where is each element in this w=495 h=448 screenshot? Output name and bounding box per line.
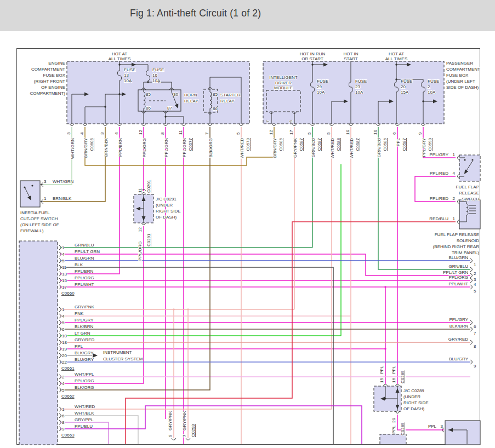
connector-name: C0663 bbox=[61, 433, 75, 438]
fusebox-pin-number: 5 bbox=[326, 132, 331, 135]
connector-pin-number: 8 bbox=[62, 420, 65, 425]
inertia-fuel-cutoff-switch-box bbox=[20, 181, 40, 207]
power-tap-label: OR START bbox=[301, 56, 323, 61]
connector-pin-number: 1 bbox=[62, 307, 65, 312]
connector-pin-number: 4 bbox=[62, 314, 65, 319]
jc-c0289-conn-code: C0289 bbox=[400, 370, 405, 383]
fusebox-pin-number: 8 bbox=[160, 132, 165, 135]
engine-box-label: OF ENGINE bbox=[41, 85, 65, 90]
inertia-label: (ON LEFT SIDE OF bbox=[20, 222, 59, 227]
jc-c0289-pin-15: 15 bbox=[379, 378, 384, 383]
fusebox-pin-wire-label: PPL/GRY bbox=[422, 137, 426, 157]
jc-c0291-label: (UNDER bbox=[156, 203, 173, 208]
passenger-box-label: SIDE OF DASH) bbox=[446, 85, 479, 90]
idm-label: DRIVER bbox=[275, 81, 292, 85]
wire-junction-dot bbox=[384, 348, 386, 350]
fusebox-pin-number: 4 bbox=[114, 132, 119, 135]
fuse-amp: 10A bbox=[317, 90, 325, 95]
intelligent-driver-module-box bbox=[266, 90, 300, 112]
bottom-drop-pin-number: 9 bbox=[168, 434, 173, 437]
connector-pin-wire-label: BLK bbox=[75, 262, 83, 267]
connector-pin-number: 15 bbox=[62, 278, 67, 283]
fuel-flap-release-solenoid-box bbox=[459, 200, 480, 229]
bottom-drop-wire-label: GRY/PNK bbox=[168, 410, 173, 430]
wire-junction-dot bbox=[187, 308, 189, 311]
relay-pin-86: 86 bbox=[213, 106, 218, 111]
junction-dot bbox=[118, 93, 120, 95]
engine-box-label: COMPARTMENT) bbox=[30, 91, 65, 96]
connector-pin-wire-label: PPL/WHT bbox=[75, 282, 94, 287]
connector-pin-wire-label: WHT/PPL bbox=[75, 372, 94, 377]
fuse-label: FUSE bbox=[152, 67, 164, 72]
fusebox-pin-connector-code: C0590 bbox=[428, 137, 433, 151]
right-edge-pin-number: 8 bbox=[474, 344, 476, 349]
idm-pin-7: 7 bbox=[265, 120, 270, 123]
left-connector-block bbox=[19, 241, 58, 445]
power-tap-label: HOT IN bbox=[344, 51, 359, 56]
bottom-drop-pin-number: 7 bbox=[182, 434, 187, 437]
connector-pin-wire-label: PPL bbox=[75, 344, 83, 349]
cluster-note: INSTRUMENT bbox=[103, 350, 132, 355]
junction-dot bbox=[422, 100, 424, 102]
power-tap-label: ALL TIMES bbox=[385, 56, 407, 61]
passenger-box-label: PASSENGER bbox=[446, 61, 473, 66]
right-edge-wire-label: PPL/WHT bbox=[448, 282, 468, 286]
connector-pin-number: 13 bbox=[62, 272, 67, 277]
fuse-amp: 10A bbox=[124, 78, 132, 83]
fuse-id: 29 bbox=[317, 84, 322, 89]
fusebox-pin-wire-label: WHT/RED bbox=[330, 138, 335, 159]
junction-dot bbox=[395, 78, 397, 80]
connector-pin-wire-label: PPL/BLU bbox=[75, 424, 93, 429]
bottom-drop-wire-label: GRY/PNK bbox=[182, 410, 187, 430]
connector-pin-number: 5 bbox=[62, 320, 65, 325]
fusebox-pin-wire-label: PPL/GRN bbox=[164, 138, 169, 157]
solenoid-label: SOLENOID bbox=[457, 238, 480, 243]
fusebox-pin-wire-label: GRN/BLU bbox=[311, 138, 316, 158]
connector-pin-number: 22 bbox=[62, 360, 67, 365]
jc-c0289-pin-20: 20 bbox=[391, 418, 396, 423]
junction-dot bbox=[164, 116, 166, 117]
relay-pin-86: 86 bbox=[146, 106, 151, 111]
connector-pin-number: 4 bbox=[62, 252, 65, 257]
jc-c0289-conn-code: C0289 bbox=[400, 422, 405, 435]
connector-pin-number: 6 bbox=[62, 413, 65, 418]
starter-relay-label: STARTER bbox=[220, 93, 241, 97]
fusebox-pin-wire-label: WHT/RED bbox=[349, 138, 354, 159]
right-edge-pin-number: 9 bbox=[474, 364, 476, 369]
fusebox-pin-connector-code: C0577 bbox=[188, 137, 193, 151]
bottom-right-pin-number: 3 bbox=[441, 424, 443, 429]
fusebox-pin-number: 11 bbox=[178, 130, 183, 135]
fuel-switch-pin-number: 1 bbox=[453, 152, 456, 157]
connector-pin-wire-label: WHT/RED bbox=[75, 404, 95, 409]
idm-label: INTELLIGENT bbox=[269, 75, 298, 80]
fusebox-pin-connector-code: C0586 bbox=[383, 137, 388, 151]
right-edge-pin-number: 4 bbox=[474, 282, 476, 287]
fusebox-pin-number: 3 bbox=[66, 132, 71, 135]
relay-pin-30: 30 bbox=[173, 92, 178, 97]
solenoid-label: (BEHIND RIGHT REAR bbox=[433, 244, 480, 249]
inertia-label: CUT-OFF SWITCH bbox=[20, 216, 58, 221]
right-edge-wire-label: PPL/GRY bbox=[449, 317, 468, 322]
fusebox-pin-number: 12 bbox=[269, 130, 274, 135]
inertia-label: FIREWALL) bbox=[20, 228, 44, 233]
relay-pin-85: 85 bbox=[213, 92, 218, 97]
fuel-flap-release-switch-box bbox=[459, 155, 480, 181]
connector-pin-number: 5 bbox=[62, 388, 65, 393]
solenoid-label: FUEL FLAP RELEASE bbox=[435, 232, 479, 237]
power-tap-label: START bbox=[344, 56, 358, 61]
passenger-box-label: COMPARTMENT bbox=[446, 67, 480, 72]
jc-c0291-conn-code: C0291 bbox=[146, 233, 151, 246]
fusebox-pin-connector-code: C0587 bbox=[355, 137, 360, 151]
fusebox-pin-connector-code: C0587 bbox=[299, 137, 304, 151]
jc-c0289-label: J/C C0289 bbox=[403, 388, 424, 393]
fuse-amp: 10A bbox=[428, 90, 436, 95]
jc-c0289-junction-dot bbox=[384, 398, 386, 399]
idm-label: MODULE bbox=[274, 85, 293, 90]
connector-pin-number: 6 bbox=[62, 327, 65, 332]
fusebox-pin-connector-code: C0587 bbox=[402, 137, 407, 151]
jc-c0291-label: J/C C0291 bbox=[156, 197, 177, 202]
right-edge-wire-label: PPL/LT GRN bbox=[443, 270, 468, 275]
right-edge-wire-label: GRY/RED bbox=[448, 337, 469, 342]
connector-pin-number: 18 bbox=[62, 340, 67, 345]
power-tap-label: HOT AT bbox=[112, 51, 127, 56]
